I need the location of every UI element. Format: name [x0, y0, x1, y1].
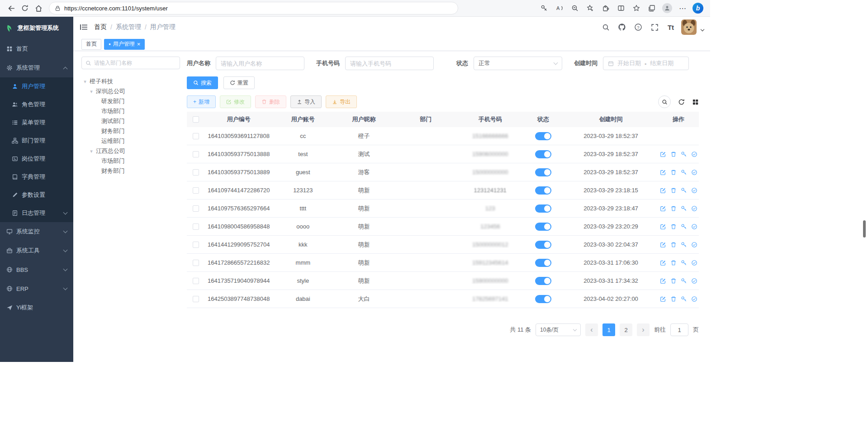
reset-button[interactable]: 重置	[223, 76, 255, 89]
sidebar-item-posts[interactable]: 岗位管理	[0, 150, 73, 168]
sidebar-item-depts[interactable]: 部门管理	[0, 132, 73, 150]
home-icon[interactable]	[32, 2, 45, 14]
reset-password-icon[interactable]	[681, 187, 687, 194]
dept-search-input[interactable]	[94, 60, 176, 66]
caret-down-icon[interactable]: ▾	[82, 79, 88, 85]
tree-node[interactable]: ▾深圳总公司	[81, 86, 180, 96]
reset-password-icon[interactable]	[681, 151, 687, 157]
sidebar-item-params[interactable]: 参数设置	[0, 186, 73, 204]
prev-page-button[interactable]: ‹	[585, 323, 598, 336]
assign-role-icon[interactable]	[691, 169, 697, 176]
status-toggle[interactable]	[535, 259, 551, 267]
add-favorite-icon[interactable]	[583, 2, 598, 14]
edit-row-icon[interactable]	[660, 205, 666, 212]
extensions-icon[interactable]	[598, 2, 613, 14]
page-button-2[interactable]: 2	[620, 323, 632, 336]
row-checkbox[interactable]	[193, 260, 199, 266]
zoom-out-icon[interactable]	[567, 2, 583, 14]
caret-down-icon[interactable]: ▾	[89, 148, 94, 154]
username-input[interactable]	[216, 57, 304, 70]
import-button[interactable]: 导入	[290, 95, 322, 108]
edit-row-icon[interactable]	[660, 151, 666, 157]
assign-role-icon[interactable]	[691, 205, 697, 212]
sidebar-item-system[interactable]: 系统管理	[0, 58, 73, 77]
help-icon[interactable]: ?	[632, 21, 644, 33]
url-text[interactable]: https://ccnetcore.com:1101/system/user	[64, 5, 168, 12]
github-icon[interactable]	[616, 21, 628, 33]
edit-row-icon[interactable]	[660, 169, 666, 176]
status-toggle[interactable]	[535, 168, 551, 176]
tree-node[interactable]: 市场部门	[81, 156, 180, 166]
scrollbar-thumb[interactable]	[863, 220, 866, 238]
bing-icon[interactable]: b	[690, 2, 706, 14]
date-range-picker[interactable]: 开始日期 - 结束日期	[603, 57, 689, 70]
delete-row-icon[interactable]	[670, 296, 677, 302]
columns-grid-icon[interactable]	[692, 99, 699, 105]
status-toggle[interactable]	[535, 204, 551, 213]
row-checkbox[interactable]	[193, 133, 199, 139]
split-screen-icon[interactable]	[613, 2, 629, 14]
reset-password-icon[interactable]	[681, 296, 687, 302]
row-checkbox[interactable]	[193, 169, 199, 176]
profile-icon[interactable]	[659, 2, 675, 14]
delete-row-icon[interactable]	[670, 151, 677, 157]
search-icon[interactable]	[600, 21, 612, 33]
caret-down-icon[interactable]: ▾	[89, 89, 94, 95]
row-checkbox[interactable]	[193, 223, 199, 230]
fullscreen-icon[interactable]	[649, 21, 660, 33]
reset-password-icon[interactable]	[681, 169, 687, 176]
status-toggle[interactable]	[535, 223, 551, 231]
status-toggle[interactable]	[535, 295, 551, 303]
status-toggle[interactable]	[535, 150, 551, 158]
status-select[interactable]: 正常	[474, 57, 562, 70]
font-size-icon[interactable]: Tt	[665, 21, 677, 33]
assign-role-icon[interactable]	[691, 260, 697, 266]
reset-password-icon[interactable]	[681, 205, 687, 212]
hamburger-icon[interactable]	[80, 24, 88, 31]
sidebar-item-menus[interactable]: 菜单管理	[0, 114, 73, 132]
sidebar-item-home[interactable]: 首页	[0, 39, 73, 58]
assign-role-icon[interactable]	[691, 151, 697, 157]
status-toggle[interactable]	[535, 132, 551, 140]
refresh-table-icon[interactable]	[678, 99, 685, 105]
edit-row-icon[interactable]	[660, 187, 666, 194]
tree-node[interactable]: 财务部门	[81, 126, 180, 136]
row-checkbox[interactable]	[193, 278, 199, 284]
edit-row-icon[interactable]	[660, 242, 666, 248]
reset-password-icon[interactable]	[681, 260, 687, 266]
sidebar-item-bbs[interactable]: BBS	[0, 260, 73, 279]
sidebar-item-tools[interactable]: 系统工具	[0, 241, 73, 260]
tab-users-active[interactable]: ● 用户管理 ×	[104, 39, 145, 50]
phone-input[interactable]	[345, 57, 434, 70]
delete-row-icon[interactable]	[670, 278, 677, 284]
status-toggle[interactable]	[535, 241, 551, 249]
status-toggle[interactable]	[535, 277, 551, 285]
close-tab-icon[interactable]: ×	[137, 41, 141, 47]
page-button-1[interactable]: 1	[602, 323, 615, 336]
edit-row-icon[interactable]	[660, 223, 666, 230]
add-button[interactable]: + 新增	[187, 95, 216, 108]
sidebar-item-logs[interactable]: 日志管理	[0, 204, 73, 222]
modify-button[interactable]: 修改	[220, 95, 251, 108]
reset-password-icon[interactable]	[681, 278, 687, 284]
reset-password-icon[interactable]	[681, 223, 687, 230]
tree-node[interactable]: 市场部门	[81, 106, 180, 116]
delete-row-icon[interactable]	[670, 169, 677, 176]
breadcrumb-system[interactable]: 系统管理	[116, 23, 141, 31]
breadcrumb-home[interactable]: 首页	[94, 23, 107, 31]
sidebar-item-roles[interactable]: 角色管理	[0, 95, 73, 114]
hide-search-icon[interactable]	[658, 95, 671, 108]
edit-row-icon[interactable]	[660, 260, 666, 266]
favorites-icon[interactable]	[629, 2, 644, 14]
more-icon[interactable]: ⋯	[675, 2, 690, 14]
delete-row-icon[interactable]	[670, 242, 677, 248]
delete-button[interactable]: 删除	[255, 95, 286, 108]
goto-page-input[interactable]	[670, 323, 688, 336]
assign-role-icon[interactable]	[691, 296, 697, 302]
assign-role-icon[interactable]	[691, 187, 697, 194]
status-toggle[interactable]	[535, 186, 551, 195]
delete-row-icon[interactable]	[670, 187, 677, 194]
select-all-checkbox[interactable]	[193, 116, 199, 123]
edit-row-icon[interactable]	[660, 296, 666, 302]
export-button[interactable]: 导出	[326, 95, 357, 108]
